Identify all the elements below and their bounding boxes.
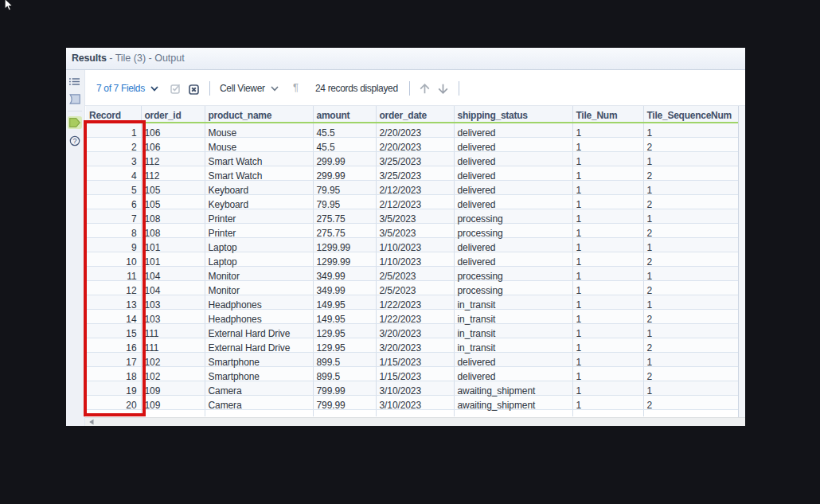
svg-text:?: ? bbox=[72, 137, 76, 145]
